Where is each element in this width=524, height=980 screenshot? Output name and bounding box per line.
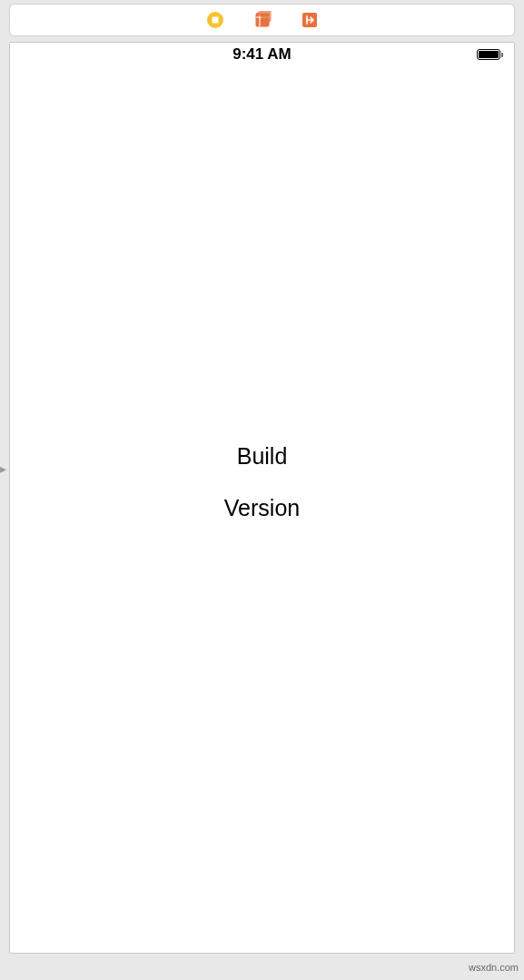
build-label[interactable]: Build xyxy=(237,443,288,470)
canvas-nav-arrow: ▸ xyxy=(0,461,6,476)
watermark: wsxdn.com xyxy=(469,962,519,973)
svg-rect-1 xyxy=(212,17,218,24)
ios-simulator-canvas: 9:41 AM Build Version xyxy=(9,42,515,954)
main-content: Build Version xyxy=(10,39,514,926)
stop-icon xyxy=(206,11,224,29)
exit-icon xyxy=(301,11,319,29)
objects-library-button[interactable] xyxy=(253,11,272,29)
stop-button[interactable] xyxy=(206,11,224,29)
exit-button[interactable] xyxy=(301,11,319,29)
version-label[interactable]: Version xyxy=(224,495,300,521)
xcode-toolbar xyxy=(9,4,515,36)
objects-library-icon xyxy=(253,11,272,29)
